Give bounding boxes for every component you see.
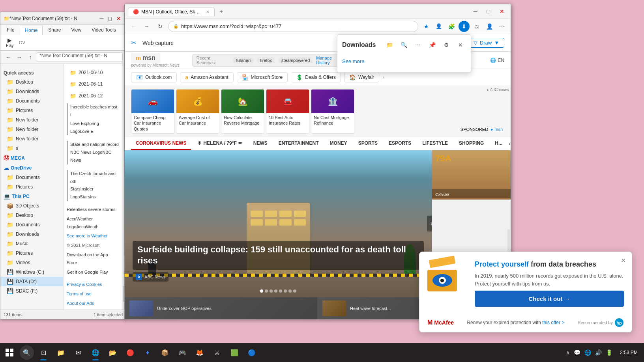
- pin-downloads-btn[interactable]: 📌: [427, 39, 438, 50]
- taskbar-app-firefox[interactable]: 🦊: [191, 343, 208, 362]
- ad-card-2[interactable]: 💰 Average Cost of Car Insurance: [176, 89, 219, 134]
- back-btn[interactable]: ←: [128, 21, 139, 32]
- address-bar[interactable]: 🔒 https://www.msn.com/?ocid=wispr&pc=u47…: [168, 21, 418, 32]
- taskbar-app-dropbox[interactable]: ♦: [139, 343, 156, 362]
- draw-btn[interactable]: ▽ Draw ▼: [468, 38, 504, 48]
- quicklink-outlook[interactable]: 📧 Outlook.com: [131, 72, 177, 82]
- tab-home[interactable]: Home: [20, 26, 43, 35]
- back-btn[interactable]: ←: [4, 52, 13, 62]
- sidebar-item-music[interactable]: 📁 Music: [0, 239, 63, 248]
- ad-card-4[interactable]: 🚘 10 Best Auto Insurance Rates: [266, 89, 309, 134]
- taskbar-app-nvidia[interactable]: 🟩: [226, 343, 243, 362]
- sidebar-item-windows-c[interactable]: 💾 Windows (C:): [0, 267, 63, 277]
- sidebar-item-videos[interactable]: 📁 Videos: [0, 258, 63, 267]
- collections-btn[interactable]: 🗂: [471, 21, 482, 32]
- sidebar-mega-header[interactable]: Ⓜ MEGA: [0, 153, 63, 163]
- tray-battery[interactable]: 🔋: [605, 349, 614, 356]
- sidebar-item-desktop[interactable]: 📁 Desktop: [0, 77, 63, 87]
- sidebar-item-3dobjects[interactable]: 📦 3D Objects: [0, 201, 63, 211]
- refresh-btn[interactable]: ↻: [155, 21, 166, 32]
- privacy-link[interactable]: Privacy & Cookies: [67, 280, 119, 289]
- downloads-btn[interactable]: ⬇: [459, 21, 470, 32]
- sidebar-item-downloads[interactable]: 📁 Downloads: [0, 87, 63, 96]
- sidebar-item-newfolder1[interactable]: 📁 New folder: [0, 115, 63, 125]
- taskbar-app-red[interactable]: 🔴: [122, 343, 139, 362]
- search-tag-futanari[interactable]: futanari: [233, 57, 254, 63]
- settings-downloads-btn[interactable]: ⚙: [441, 39, 452, 50]
- search-tag-firefox[interactable]: firefox: [257, 57, 275, 63]
- dot-6[interactable]: [284, 289, 287, 293]
- close-downloads-btn[interactable]: ✕: [455, 39, 466, 50]
- see-more-weather[interactable]: See more in Weather: [67, 231, 119, 241]
- browser-tab[interactable]: 🔴 MSN | Outlook, Office, Skype, B... ✕: [128, 7, 215, 16]
- navtab-sports[interactable]: SPORTS: [354, 137, 382, 150]
- taskbar-app-file-explorer[interactable]: 📁: [52, 343, 69, 362]
- file-item-2021-06-12[interactable]: 📁 2021-06-12: [67, 90, 119, 102]
- ribbon-play-btn[interactable]: ▶ Play: [4, 36, 16, 49]
- language-selector[interactable]: 🌐 EN: [490, 58, 504, 63]
- tab-file[interactable]: File: [2, 26, 19, 35]
- sidebar-item-newfolder2[interactable]: 📁 New folder: [0, 125, 63, 134]
- open-folder-btn[interactable]: 📁: [384, 39, 395, 50]
- tab-share[interactable]: Share: [43, 26, 66, 35]
- dot-8[interactable]: [293, 289, 296, 293]
- sidebar-item-pc-desktop[interactable]: 📁 Desktop: [0, 211, 63, 220]
- navtab-money[interactable]: MONEY: [325, 137, 352, 150]
- taskbar-app-3[interactable]: 📦: [156, 343, 174, 362]
- ad-card-5[interactable]: 🏦 No Cost Mortgage Refinance: [311, 89, 354, 134]
- profile-btn[interactable]: 👤: [433, 21, 444, 32]
- up-btn[interactable]: ↑: [26, 52, 35, 62]
- edit-icon[interactable]: ✏: [238, 140, 242, 146]
- bottom-story-1[interactable]: Undercover GOP operatives: [125, 297, 318, 319]
- sidebar-item-pc-documents[interactable]: 📁 Documents: [0, 220, 63, 230]
- renew-link[interactable]: this offer >: [542, 320, 564, 325]
- taskbar-clock[interactable]: 2:53 PM: [617, 349, 641, 356]
- favorites-btn[interactable]: ★: [421, 21, 432, 32]
- navtab-weather[interactable]: ☀ HELENA / 79°F ✏: [193, 137, 247, 150]
- quicklink-deals[interactable]: 💲 Deals & Offers: [291, 72, 341, 82]
- tray-chevron[interactable]: ∧: [565, 349, 571, 356]
- sidebar-onedrive-header[interactable]: ☁ OneDrive: [0, 163, 63, 173]
- start-btn[interactable]: [0, 343, 19, 362]
- search-tag-steam[interactable]: steampowered: [278, 57, 313, 63]
- sidebar-item-data-d[interactable]: 💾 DATA (D:): [0, 277, 63, 286]
- show-desktop-btn[interactable]: [641, 343, 644, 362]
- browser-minimize-btn[interactable]: ─: [470, 8, 481, 15]
- taskbar-app-blue[interactable]: 🔵: [243, 343, 260, 362]
- account-btn[interactable]: 👤: [484, 21, 495, 32]
- sidebar-item-s[interactable]: 📁 s: [0, 144, 63, 153]
- new-tab-btn[interactable]: +: [218, 8, 225, 15]
- sidebar-item-pc-pictures[interactable]: 📁 Pictures: [0, 248, 63, 258]
- ad-choices-btn[interactable]: ▸ AdChoices: [487, 88, 509, 92]
- navtab-news[interactable]: NEWS: [249, 137, 272, 150]
- dot-5[interactable]: [279, 289, 282, 293]
- close-btn[interactable]: ✕: [115, 15, 123, 22]
- dot-7[interactable]: [288, 289, 292, 293]
- forward-btn[interactable]: →: [15, 52, 24, 62]
- taskbar-search-btn[interactable]: 🔍: [20, 345, 34, 360]
- msn-search-bar[interactable]: Recent Searches: futanari firefox steamp…: [192, 54, 350, 67]
- tab-close-btn[interactable]: ✕: [206, 9, 210, 15]
- about-ads-link[interactable]: About our Ads: [67, 299, 119, 308]
- taskbar-app-mail[interactable]: ✉: [69, 343, 87, 362]
- sidebar-item-od-documents[interactable]: 📁 Documents: [0, 173, 63, 182]
- terms-link[interactable]: Terms of use: [67, 289, 119, 299]
- sidebar-item-sdxc-f[interactable]: 💾 SDXC (F:): [0, 286, 63, 296]
- tab-video-tools[interactable]: Video Tools: [87, 26, 121, 35]
- more-btn[interactable]: ⋯: [496, 21, 507, 32]
- taskbar-app-edge[interactable]: 🌐: [87, 343, 104, 362]
- dot-3[interactable]: [270, 289, 273, 293]
- quicklink-ms-store[interactable]: 🏪 Microsoft Store: [237, 72, 288, 82]
- navtab-lifestyle[interactable]: LIFESTYLE: [417, 137, 453, 150]
- hero-next-btn[interactable]: ›: [427, 216, 432, 231]
- sidebar-item-newfolder3[interactable]: 📁 New folder: [0, 134, 63, 144]
- nav-more-chevron[interactable]: ›: [509, 140, 511, 147]
- sidebar-item-od-pictures[interactable]: 📁 Pictures: [0, 182, 63, 192]
- check-it-out-btn[interactable]: Check it out →: [475, 291, 624, 307]
- taskbar-app-steam[interactable]: 🎮: [174, 343, 191, 362]
- more-downloads-btn[interactable]: ⋯: [412, 39, 423, 50]
- minimize-btn[interactable]: ─: [98, 15, 105, 22]
- ad-card-3[interactable]: 🏡 How Calculate Reverse Mortgage: [221, 89, 264, 134]
- dot-1[interactable]: [260, 289, 263, 293]
- quicklinks-chevron[interactable]: ›: [382, 75, 384, 80]
